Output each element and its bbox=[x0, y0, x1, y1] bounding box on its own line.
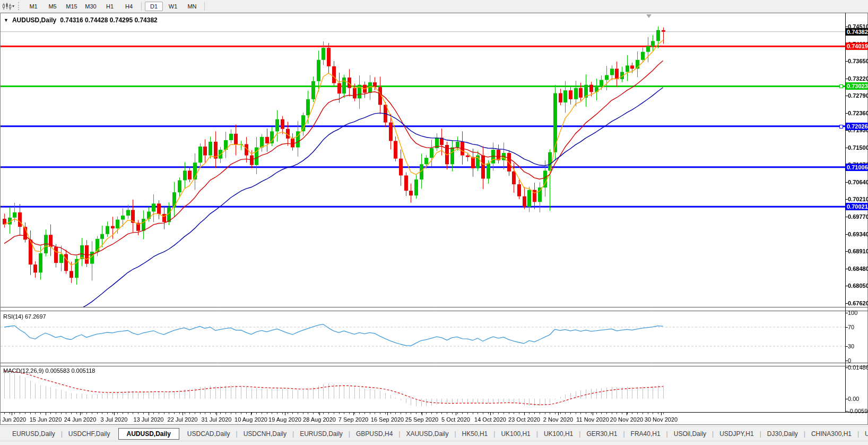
tab-GER30-H1[interactable]: GER30,H1 bbox=[579, 428, 624, 440]
line-drag-handle[interactable] bbox=[839, 125, 843, 129]
price-axis-label: 0.67620 bbox=[848, 300, 868, 307]
tab-GBPUSD-H4[interactable]: GBPUSD,H4 bbox=[349, 428, 400, 440]
date-axis-label: 13 Jul 2020 bbox=[134, 416, 164, 423]
tab-UK100-H1[interactable]: UK100,H1 bbox=[494, 428, 537, 440]
price-line-tag: 0.70021 bbox=[846, 203, 868, 210]
date-axis-label: 23 Oct 2020 bbox=[508, 416, 540, 423]
date-axis-label: 14 Oct 2020 bbox=[474, 416, 506, 423]
tab-AUDUSD-Daily[interactable]: AUDUSD,Daily bbox=[118, 428, 179, 440]
chart-shift-marker[interactable] bbox=[646, 14, 652, 18]
date-axis-label: 31 Jul 2020 bbox=[202, 416, 232, 423]
price-axis-label: 0.70640 bbox=[848, 179, 868, 186]
price-axis-label: 0.68050 bbox=[848, 283, 868, 289]
price-line-tag: 0.72026 bbox=[846, 123, 868, 130]
tab-DJ30-Daily[interactable]: DJ30,Daily bbox=[760, 428, 805, 440]
rsi-indicator-label: RSI(14) 67.2697 bbox=[3, 313, 46, 320]
tab-FRA40-H1[interactable]: FRA40,H1 bbox=[624, 428, 667, 440]
price-axis-label: 0.73220 bbox=[848, 75, 868, 82]
rsi-axis-label: 100 bbox=[848, 310, 857, 316]
tab-CHINA300-H1[interactable]: CHINA300,H1 bbox=[804, 428, 858, 440]
chart-tab-bar: EURUSD,Daily|USDCHF,DailyAUDUSD,DailyUSD… bbox=[0, 426, 868, 441]
rsi-axis-label: 30 bbox=[848, 343, 854, 350]
price-line-tag: 0.74019 bbox=[846, 42, 868, 50]
date-axis-label: 20 Nov 2020 bbox=[610, 416, 643, 423]
price-line-tag: 0.74382 bbox=[846, 28, 868, 36]
macd-axis-label: 0.00 bbox=[848, 396, 859, 403]
date-axis-label: 15 Jun 2020 bbox=[30, 416, 62, 423]
macd-axis-label: -0.00593 bbox=[848, 408, 868, 415]
macd-indicator-label: MACD(12,26,9) 0.005583 0.005118 bbox=[3, 367, 95, 374]
price-axis-label: 0.68910 bbox=[848, 248, 868, 255]
tab-EURUSD-Daily[interactable]: EURUSD,Daily bbox=[293, 428, 350, 440]
date-axis-label: 5 Jun 2020 bbox=[0, 416, 26, 423]
date-axis-label: 28 Aug 2020 bbox=[303, 416, 336, 423]
date-axis-label: 25 Sep 2020 bbox=[405, 416, 438, 423]
date-axis-label: 22 Jul 2020 bbox=[168, 416, 198, 423]
date-axis-label: 11 Nov 2020 bbox=[576, 416, 609, 423]
date-axis-label: 16 Sep 2020 bbox=[371, 416, 404, 423]
chart-symbol: AUDUSD,Daily bbox=[12, 16, 56, 24]
date-axis-label: 10 Aug 2020 bbox=[235, 416, 267, 423]
date-axis-label: 7 Sep 2020 bbox=[338, 416, 368, 423]
chart-title: ▼ AUDUSD,Daily 0.74316 0.74428 0.74295 0… bbox=[4, 16, 158, 24]
macd-axis-label: 0.014861 bbox=[848, 364, 868, 371]
chart-canvas[interactable] bbox=[0, 0, 868, 445]
date-axis-label: 5 Oct 2020 bbox=[441, 416, 470, 423]
price-axis-label: 0.69770 bbox=[848, 213, 868, 220]
collapse-triangle-icon[interactable]: ▼ bbox=[4, 18, 8, 23]
date-axis-label: 19 Aug 2020 bbox=[268, 416, 301, 423]
date-axis-label: 30 Nov 2020 bbox=[645, 416, 678, 423]
price-axis-label: 0.72790 bbox=[848, 92, 868, 99]
price-axis-label: 0.73650 bbox=[848, 58, 868, 65]
price-axis-label: 0.72360 bbox=[848, 110, 868, 117]
price-axis-label: 0.71500 bbox=[848, 144, 868, 151]
rsi-axis-label: 0 bbox=[848, 357, 851, 364]
price-axis-label: 0.70210 bbox=[848, 196, 868, 203]
tab-USDCHF-Daily[interactable]: USDCHF,Daily bbox=[62, 428, 117, 440]
price-line-tag: 0.73023 bbox=[846, 82, 868, 90]
tab-HK50-H1[interactable]: HK50,H1 bbox=[455, 428, 495, 440]
date-axis-label: 2 Nov 2020 bbox=[543, 416, 573, 423]
date-axis-label: 3 Jul 2020 bbox=[101, 416, 128, 423]
tab-EURUSD-Daily[interactable]: EURUSD,Daily bbox=[5, 428, 62, 440]
price-axis-label: 0.68480 bbox=[848, 266, 868, 272]
tab-USOil-H[interactable]: USOil,H bbox=[858, 428, 868, 440]
rsi-axis-label: 70 bbox=[848, 324, 854, 331]
line-drag-handle[interactable] bbox=[839, 84, 843, 88]
price-axis-label: 0.69340 bbox=[848, 231, 868, 238]
date-axis-label: 24 Jun 2020 bbox=[64, 416, 97, 423]
tab-USOil-Daily[interactable]: USOil,Daily bbox=[667, 428, 713, 440]
status-strip bbox=[0, 441, 868, 445]
tab-XAUUSD-Daily[interactable]: XAUUSD,Daily bbox=[399, 428, 455, 440]
chart-ohlc-values: 0.74316 0.74428 0.74295 0.74382 bbox=[60, 16, 158, 24]
tab-USDJPY-H1[interactable]: USDJPY,H1 bbox=[713, 428, 760, 440]
tab-UK100-H1[interactable]: UK100,H1 bbox=[537, 428, 580, 440]
tab-USDCAD-Daily[interactable]: USDCAD,Daily bbox=[180, 428, 237, 440]
price-line-tag: 0.71006 bbox=[846, 164, 868, 171]
tab-USDCNH-Daily[interactable]: USDCNH,Daily bbox=[237, 428, 293, 440]
